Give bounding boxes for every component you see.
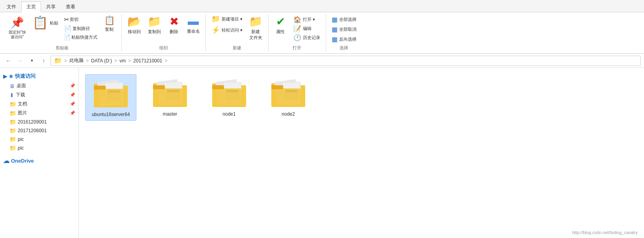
open-small-col: 🏠 打开 ▾ 📝 编辑 🕐 历史记录 <box>291 14 323 43</box>
properties-button[interactable]: ✔ 属性 <box>272 14 289 43</box>
file-item-ubuntu[interactable]: ubuntu16server64 <box>85 74 136 121</box>
easy-access-label: 轻松访问 ▾ <box>222 27 243 33</box>
main-area: ▶ ★ 快速访问 🖥 桌面 📌 ⬇ 下载 📌 📁 文档 📌 📁 图片 📌 📁 2… <box>0 68 644 238</box>
tab-view[interactable]: 查看 <box>61 2 80 12</box>
ribbon-group-new: 📁 新建项目 ▾ ⚡ 轻松访问 ▾ 📁 新建文件夹 新建 <box>206 14 269 52</box>
new-buttons: 📁 新建项目 ▾ ⚡ 轻松访问 ▾ 📁 新建文件夹 <box>209 14 265 43</box>
quick-access-title[interactable]: ▶ ★ 快速访问 <box>0 71 78 81</box>
ribbon-group-clipboard: 📌 固定到"快速访问" 📋 粘贴 ✂ 剪切 <box>3 14 122 52</box>
properties-label: 属性 <box>276 29 285 35</box>
folder1-icon: 📁 <box>9 119 16 125</box>
pic2-label: pic <box>18 145 24 151</box>
edit-icon: 📝 <box>293 25 301 32</box>
sidebar-item-pictures[interactable]: 📁 图片 📌 <box>0 109 78 118</box>
sidebar-item-folder2[interactable]: 📁 20171206001 <box>0 126 78 135</box>
easy-access-button[interactable]: ⚡ 轻松访问 ▾ <box>209 25 245 35</box>
copy-to-icon: 📁 <box>147 15 161 28</box>
copy-path-button[interactable]: 📄 复制路径 <box>62 24 99 33</box>
sidebar-item-pic2[interactable]: 📁 pic <box>0 144 78 152</box>
select-label: 选择 <box>340 45 348 52</box>
watermark: http://blog.csdn.net/boling_cavalry <box>572 230 638 235</box>
folder-icon-master <box>152 77 188 109</box>
sidebar-item-docs[interactable]: 📁 文档 📌 <box>0 99 78 109</box>
clipboard-buttons: 📌 固定到"快速访问" 📋 粘贴 ✂ 剪切 <box>6 14 118 43</box>
quick-access-label: 快速访问 <box>15 73 35 80</box>
paste-shortcut-button[interactable]: 📄 粘贴快捷方式 <box>62 34 99 41</box>
invert-select-button[interactable]: ▦ 反向选择 <box>329 35 359 43</box>
select-all-icon: ▦ <box>332 16 338 23</box>
svg-rect-57 <box>271 85 283 89</box>
address-bar: ← → ▼ ↑ 📁 > 此电脑 > DATA (D:) > vm > 20171… <box>0 54 644 68</box>
folder-icon-ubuntu <box>93 78 129 109</box>
history-button[interactable]: 🕐 历史记录 <box>291 34 323 42</box>
cut-icon: ✂ <box>64 16 69 23</box>
pic1-label: pic <box>18 137 24 142</box>
cut-button[interactable]: ✂ 剪切 <box>62 15 99 24</box>
folder2-label: 20171206001 <box>18 128 47 133</box>
sidebar-item-pic1[interactable]: 📁 pic <box>0 135 78 144</box>
folder-icon-node2 <box>271 77 306 109</box>
rename-label: 重命名 <box>187 28 200 34</box>
move-to-button[interactable]: 📂 移动到 <box>125 14 144 36</box>
select-none-icon: ▦ <box>332 26 338 33</box>
move-to-label: 移动到 <box>128 29 141 35</box>
move-to-icon: 📂 <box>127 15 141 28</box>
path-sep-2: > <box>114 58 117 64</box>
copy-to-button[interactable]: 📁 复制到 <box>145 14 164 36</box>
edit-label: 编辑 <box>303 26 312 32</box>
organize-buttons: 📂 移动到 📁 复制到 ✖ 删除 ▬ 重命名 <box>125 14 202 43</box>
path-sep-0: > <box>64 58 67 64</box>
onedrive-section[interactable]: ☁ OneDrive <box>0 156 78 166</box>
svg-rect-56 <box>271 88 301 106</box>
sidebar-item-desktop[interactable]: 🖥 桌面 📌 <box>0 81 78 90</box>
path-part-2[interactable]: vm <box>119 58 126 64</box>
select-none-button[interactable]: ▦ 全部取消 <box>329 25 359 34</box>
path-part-1[interactable]: DATA (D:) <box>91 58 112 64</box>
delete-button[interactable]: ✖ 删除 <box>165 14 183 36</box>
clipboard-label: 剪贴板 <box>56 45 69 52</box>
path-part-3[interactable]: 20171210001 <box>133 58 162 64</box>
tab-file[interactable]: 文件 <box>2 2 21 12</box>
path-part-0[interactable]: 此电脑 <box>69 57 84 64</box>
up-button[interactable]: ↑ <box>39 56 49 66</box>
history-icon: 🕐 <box>293 34 301 41</box>
new-project-label: 新建项目 ▾ <box>222 16 243 22</box>
new-project-button[interactable]: 📁 新建项目 ▾ <box>209 14 245 24</box>
pic1-icon: 📁 <box>9 136 16 142</box>
quick-access-arrow: ▶ <box>3 73 7 79</box>
paste-shortcut-label: 粘贴快捷方式 <box>71 34 97 40</box>
properties-icon: ✔ <box>276 15 285 28</box>
file-item-node1[interactable]: node1 <box>203 74 255 121</box>
folder-icon-breadcrumb: 📁 <box>54 57 62 64</box>
copy-path-icon: 📄 <box>64 25 72 32</box>
invert-select-label: 反向选择 <box>339 36 357 42</box>
rename-button[interactable]: ▬ 重命名 <box>185 14 202 36</box>
tab-share[interactable]: 共享 <box>41 2 61 12</box>
copy-button[interactable]: 📋 复制 <box>101 14 118 43</box>
path-sep-1: > <box>86 58 89 64</box>
sidebar-item-folder1[interactable]: 📁 20161209001 <box>0 118 78 126</box>
path-sep-3: > <box>128 58 131 64</box>
file-item-node2[interactable]: node2 <box>263 74 314 121</box>
forward-button[interactable]: → <box>15 56 25 66</box>
sidebar-item-downloads[interactable]: ⬇ 下载 📌 <box>0 90 78 99</box>
docs-icon: 📁 <box>9 101 16 107</box>
file-item-master[interactable]: master <box>144 74 196 121</box>
cut-label: 剪切 <box>70 17 78 22</box>
select-none-label: 全部取消 <box>339 26 357 32</box>
folder2-icon: 📁 <box>9 127 16 134</box>
svg-rect-28 <box>153 88 182 106</box>
svg-rect-15 <box>94 86 106 90</box>
paste-button[interactable]: 📋 粘贴 <box>30 14 61 31</box>
file-label-ubuntu: ubuntu16server64 <box>92 112 130 117</box>
open-button[interactable]: 🏠 打开 ▾ <box>291 15 323 24</box>
back-button[interactable]: ← <box>3 56 13 66</box>
rename-icon: ▬ <box>188 15 199 28</box>
new-folder-button[interactable]: 📁 新建文件夹 <box>246 14 265 43</box>
edit-button[interactable]: 📝 编辑 <box>291 24 323 33</box>
pictures-label: 图片 <box>18 110 27 116</box>
pin-button[interactable]: 📌 固定到"快速访问" <box>6 14 28 43</box>
tab-home[interactable]: 主页 <box>21 2 41 12</box>
recent-button[interactable]: ▼ <box>27 56 37 66</box>
select-all-button[interactable]: ▦ 全部选择 <box>329 15 359 24</box>
